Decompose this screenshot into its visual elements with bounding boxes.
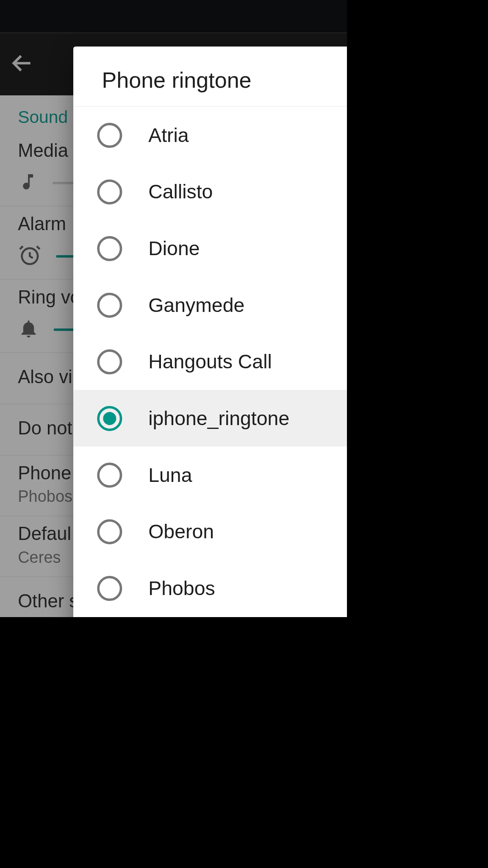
ringtone-option[interactable]: Oberon (73, 503, 347, 560)
ringtone-option[interactable]: Dione (73, 220, 347, 277)
status-bar: 5:24 (0, 0, 347, 33)
ringtone-option-label: Hangouts Call (148, 350, 272, 373)
ringtone-option-label: iphone_ringtone (148, 407, 289, 429)
ringtone-option[interactable]: Callisto (73, 163, 347, 220)
ringtone-option-label: Oberon (148, 520, 214, 542)
radio-icon (97, 292, 122, 317)
ringtone-option-list: AtriaCallistoDioneGanymedeHangouts Calli… (73, 107, 347, 617)
radio-icon (97, 462, 122, 487)
radio-icon (97, 349, 122, 374)
dialog-title: Phone ringtone (73, 47, 347, 107)
ringtone-option[interactable]: Luna (73, 447, 347, 504)
radio-icon (97, 236, 122, 261)
ringtone-option[interactable]: Phobos (73, 560, 347, 617)
ringtone-option-label: Luna (148, 464, 192, 486)
ringtone-option[interactable]: Hangouts Call (73, 333, 347, 390)
radio-icon (97, 519, 122, 544)
ringtone-option-label: Phobos (148, 577, 215, 599)
radio-icon (97, 122, 122, 147)
ringtone-option-label: Ganymede (148, 294, 244, 316)
ringtone-option[interactable]: Pyxis (73, 616, 347, 617)
ringtone-option-label: Atria (148, 124, 189, 146)
radio-icon (97, 576, 122, 601)
ringtone-dialog: Phone ringtone AtriaCallistoDioneGanymed… (73, 47, 347, 617)
ringtone-option-label: Callisto (148, 180, 213, 203)
radio-icon (97, 179, 122, 204)
ringtone-option-label: Dione (148, 237, 200, 259)
radio-icon (97, 406, 122, 431)
ringtone-option[interactable]: Atria (73, 107, 347, 164)
ringtone-option[interactable]: iphone_ringtone (73, 390, 347, 447)
ringtone-option[interactable]: Ganymede (73, 277, 347, 334)
